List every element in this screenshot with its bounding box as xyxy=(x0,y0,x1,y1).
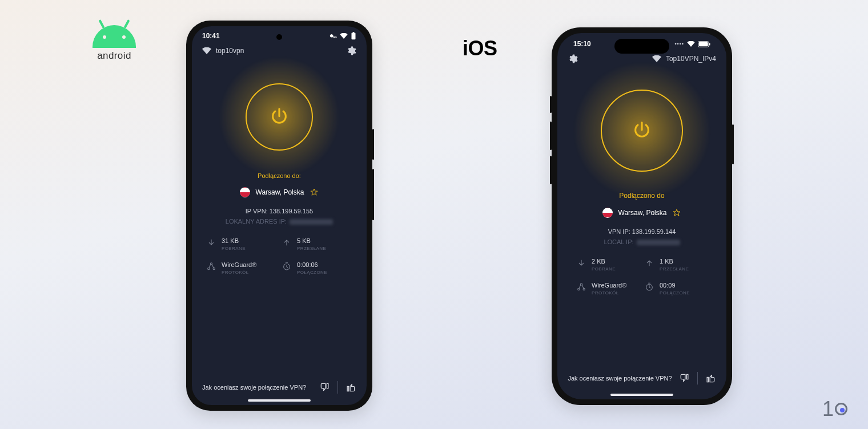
arrow-down-icon xyxy=(207,238,216,247)
stat-duration: 0:00:06POŁĄCZONE xyxy=(282,261,352,275)
local-ip-row: LOKALNY ADRES IP: xyxy=(192,218,367,225)
svg-rect-8 xyxy=(709,43,710,45)
location-row[interactable]: Warsaw, Polska xyxy=(557,208,726,218)
redacted-ip xyxy=(290,219,333,225)
nodes-icon xyxy=(207,262,216,271)
stat-duration: 00:09POŁĄCZONE xyxy=(645,282,707,296)
arrow-up-icon xyxy=(282,238,291,247)
svg-rect-0 xyxy=(352,33,356,39)
ios-phone-frame: 15:10 •••• Top10VPN_IPv4 Podłączono do xyxy=(552,27,732,405)
stat-upload: 5 KBPRZESŁANE xyxy=(282,237,352,251)
timer-icon xyxy=(645,282,654,292)
thumbs-down-icon[interactable] xyxy=(319,382,331,393)
star-outline-icon[interactable] xyxy=(310,188,319,197)
battery-icon xyxy=(698,41,710,47)
cellular-dots-icon: •••• xyxy=(674,41,684,47)
redacted-ip xyxy=(637,240,680,245)
arrow-down-icon xyxy=(577,258,586,268)
rating-question: Jak oceniasz swoje połączenie VPN? xyxy=(568,374,672,383)
vpn-key-icon xyxy=(329,33,337,39)
stat-download: 2 KBPOBRANE xyxy=(577,258,639,272)
vpn-ip-row: IP VPN: 138.199.59.155 xyxy=(192,208,367,214)
gear-icon[interactable] xyxy=(346,46,356,56)
local-ip-row: LOCAL IP: xyxy=(557,238,726,245)
battery-icon xyxy=(351,32,356,40)
ios-screen: 15:10 •••• Top10VPN_IPv4 Podłączono do xyxy=(557,33,726,399)
vpn-ip-row: VPN IP: 138.199.59.144 xyxy=(557,228,726,235)
android-phone-frame: 10:41 top10vpn Podłączono do: xyxy=(186,21,372,411)
timer-icon xyxy=(282,262,291,271)
gear-icon[interactable] xyxy=(568,54,578,64)
flag-poland-icon xyxy=(602,208,613,218)
wifi-icon xyxy=(687,41,695,47)
stat-protocol: WireGuard®PROTOKÓŁ xyxy=(207,261,276,275)
power-icon xyxy=(632,121,652,140)
thumbs-down-icon[interactable] xyxy=(679,373,690,384)
home-indicator[interactable] xyxy=(248,399,311,402)
watermark-logo: 1 xyxy=(822,397,847,421)
flag-poland-icon xyxy=(240,187,250,197)
status-time: 10:41 xyxy=(202,32,220,40)
status-time: 15:10 xyxy=(573,40,591,48)
rating-question: Jak oceniasz swoje połączenie VPN? xyxy=(202,383,312,392)
stat-protocol: WireGuard®PROTOKÓŁ xyxy=(577,282,639,296)
arrow-up-icon xyxy=(645,258,654,268)
svg-rect-7 xyxy=(699,42,708,46)
stat-upload: 1 KBPRZESŁANE xyxy=(645,258,707,272)
thumbs-up-icon[interactable] xyxy=(705,373,716,384)
network-name: Top10VPN_IPv4 xyxy=(666,55,716,63)
location-text: Warsaw, Polska xyxy=(256,188,304,196)
network-wifi-icon xyxy=(202,47,211,54)
nodes-icon xyxy=(577,282,586,292)
power-icon xyxy=(270,107,289,127)
android-label: android xyxy=(97,50,131,62)
svg-rect-1 xyxy=(353,32,355,33)
location-row[interactable]: Warsaw, Polska xyxy=(192,187,367,197)
wifi-icon xyxy=(340,33,348,39)
svg-point-9 xyxy=(580,284,582,285)
svg-point-2 xyxy=(210,263,212,265)
star-outline-icon[interactable] xyxy=(672,208,681,217)
location-text: Warsaw, Polska xyxy=(618,209,667,217)
network-name: top10vpn xyxy=(216,47,244,55)
power-button[interactable] xyxy=(601,90,683,172)
stat-download: 31 KBPOBRANE xyxy=(207,237,276,251)
thumbs-up-icon[interactable] xyxy=(345,382,356,393)
ios-label: iOS xyxy=(463,37,497,60)
android-screen: 10:41 top10vpn Podłączono do: xyxy=(192,26,367,405)
power-button[interactable] xyxy=(246,83,313,151)
android-logo: android xyxy=(93,25,136,62)
home-indicator[interactable] xyxy=(610,394,673,396)
